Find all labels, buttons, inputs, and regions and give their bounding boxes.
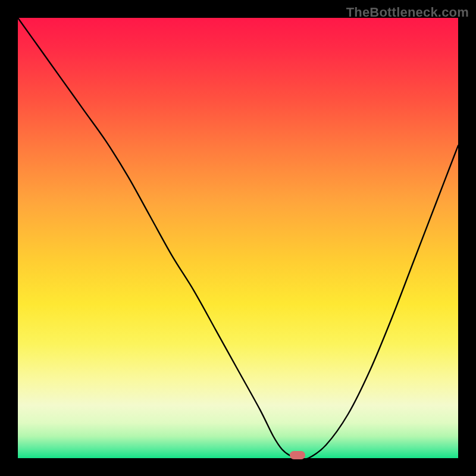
bottleneck-curve xyxy=(18,18,458,459)
plot-area xyxy=(18,18,458,458)
curve-svg xyxy=(18,18,458,458)
optimum-marker xyxy=(290,451,305,459)
chart-container: TheBottleneck.com xyxy=(0,0,476,476)
